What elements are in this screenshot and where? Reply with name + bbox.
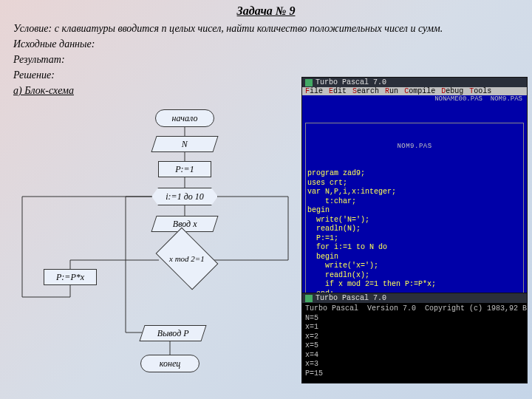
menu-search[interactable]: Search <box>352 87 379 95</box>
tp1-filetabs: NONAME00.PAS NOM9.PAS <box>302 95 527 103</box>
tp-icon <box>305 295 313 302</box>
tp-output-window: Turbo Pascal 7.0 Turbo Pascal Version 7.… <box>301 293 528 383</box>
menu-debug[interactable]: Debug <box>441 87 463 95</box>
tp2-output: Turbo Pascal Version 7.0 Copyright (c) 1… <box>302 303 527 383</box>
menu-run[interactable]: Run <box>385 87 398 95</box>
tp-icon <box>305 79 313 86</box>
tp1-inner-title: NOM9.PAS <box>307 143 522 151</box>
tp2-titlebar[interactable]: Turbo Pascal 7.0 <box>302 293 527 303</box>
tp2-title: Turbo Pascal 7.0 <box>316 294 386 302</box>
menu-compile[interactable]: Compile <box>404 87 435 95</box>
menu-tools[interactable]: Tools <box>469 87 491 95</box>
menu-file[interactable]: File <box>305 87 323 95</box>
tp1-title: Turbo Pascal 7.0 <box>316 78 386 86</box>
tp1-menubar[interactable]: File Edit Search Run Compile Debug Tools <box>302 87 527 95</box>
tp1-titlebar[interactable]: Turbo Pascal 7.0 <box>302 78 527 87</box>
menu-edit[interactable]: Edit <box>329 87 347 95</box>
